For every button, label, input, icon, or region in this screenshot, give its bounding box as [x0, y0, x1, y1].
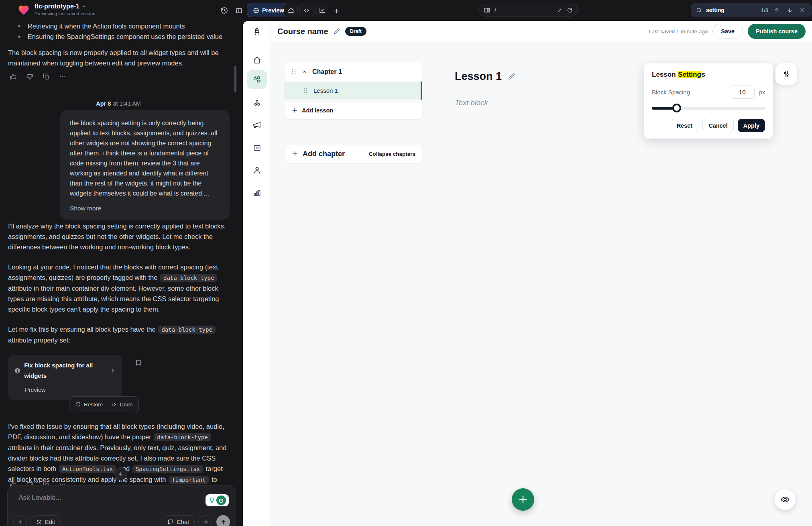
- course-header: Course name Draft Last saved 1 minute ag…: [271, 21, 812, 42]
- sidebar-item-home[interactable]: [251, 54, 263, 66]
- lesson-heading: Lesson 1: [455, 70, 516, 83]
- chapter-card: Chapter 1 Lesson 1 Add lesson: [285, 62, 422, 119]
- pencil-icon[interactable]: [507, 72, 516, 81]
- project-menu[interactable]: flc-prototype-1 Previewing last saved ve…: [35, 3, 96, 16]
- last-saved-text: Last saved 1 minute ago: [649, 29, 708, 35]
- block-spacing-unit: px: [759, 89, 765, 96]
- sidebar-item-rocket[interactable]: [251, 26, 263, 38]
- show-more-link[interactable]: Show more: [70, 203, 220, 213]
- globe-icon: [253, 7, 259, 14]
- refresh-icon[interactable]: [567, 7, 573, 13]
- preview-toggle-button[interactable]: [775, 489, 796, 510]
- chevron-up-icon[interactable]: [301, 69, 307, 75]
- user-message-text: the block spacing setting is only correc…: [70, 120, 217, 197]
- sidebar-item-profile[interactable]: [251, 164, 263, 176]
- settings-toggle-button[interactable]: [775, 63, 797, 85]
- drag-handle-icon[interactable]: [303, 88, 308, 94]
- add-chapter-card: Add chapter Collapse chapters: [285, 145, 422, 163]
- find-close-button[interactable]: [798, 6, 807, 14]
- pencil-icon[interactable]: [333, 28, 340, 35]
- apply-button[interactable]: Apply: [738, 119, 765, 132]
- find-input[interactable]: [706, 7, 754, 13]
- chapter-row[interactable]: Chapter 1: [285, 62, 422, 82]
- chat-input-box[interactable]: Ask Lovable... G Edit Chat: [7, 485, 236, 526]
- restore-button[interactable]: Restore: [75, 400, 103, 410]
- eye-icon: [780, 495, 790, 504]
- sidebar-item-orders[interactable]: [251, 141, 263, 153]
- block-spacing-input[interactable]: [730, 86, 755, 99]
- send-button[interactable]: [216, 515, 230, 526]
- sidebar-item-relations[interactable]: [251, 97, 263, 109]
- search-highlight: Setting: [678, 71, 702, 78]
- course-title: Course name: [277, 27, 328, 36]
- attach-button[interactable]: [13, 515, 27, 526]
- grammarly-badge[interactable]: G: [206, 494, 229, 506]
- bookmark-icon[interactable]: [135, 359, 142, 366]
- publish-course-button[interactable]: Publish course: [748, 24, 806, 39]
- assistant-bullet-list: ●Retrieving it when the ActionTools comp…: [18, 21, 232, 42]
- analytics-button[interactable]: [315, 4, 329, 17]
- voice-input-button[interactable]: [198, 515, 212, 526]
- send-arrow-icon: [220, 519, 227, 526]
- url-bar[interactable]: /: [478, 4, 578, 16]
- scroll-to-bottom-button[interactable]: [114, 467, 127, 480]
- add-block-button[interactable]: [512, 488, 534, 511]
- add-chapter-button[interactable]: Add chapter: [303, 150, 345, 158]
- user-message-bubble: the block spacing setting is only correc…: [60, 110, 230, 220]
- add-lesson-button[interactable]: Add lesson: [285, 101, 422, 119]
- arrow-down-icon: [787, 7, 793, 13]
- more-icon[interactable]: [59, 73, 66, 80]
- chevron-right-icon: [110, 368, 116, 373]
- lesson-title: Lesson 1: [455, 70, 502, 83]
- panel-left-icon[interactable]: [234, 6, 244, 15]
- chat-input-placeholder[interactable]: Ask Lovable...: [18, 494, 61, 502]
- version-card[interactable]: Fix block spacing for all widgets Previe…: [8, 355, 122, 400]
- sidebar-item-announcements[interactable]: [251, 119, 263, 131]
- code-button[interactable]: Code: [111, 400, 132, 410]
- code-view-button[interactable]: [299, 4, 313, 17]
- save-button[interactable]: Save: [712, 24, 743, 39]
- lovable-heart-logo[interactable]: [18, 4, 30, 16]
- block-spacing-row: Block Spacing px: [652, 86, 765, 99]
- lesson-settings-title: Lesson Settings: [652, 71, 765, 79]
- assistant-paragraph: Looking at your code, I noticed that the…: [8, 262, 230, 314]
- list-item: ●Retrieving it when the ActionTools comp…: [18, 21, 232, 31]
- cancel-button[interactable]: Cancel: [702, 119, 734, 132]
- voice-icon: [202, 519, 208, 525]
- sidebar-item-content-active[interactable]: [247, 70, 267, 89]
- lesson-row-selected[interactable]: Lesson 1: [285, 82, 422, 100]
- block-spacing-label: Block Spacing: [652, 89, 690, 96]
- drag-handle-icon[interactable]: [291, 69, 297, 75]
- megaphone-icon: [252, 120, 262, 130]
- cloud-icon: [287, 7, 295, 14]
- open-external-icon[interactable]: [557, 7, 563, 13]
- version-card-subtitle: Preview: [25, 385, 116, 395]
- edit-mode-button[interactable]: Edit: [31, 515, 61, 526]
- slider-thumb[interactable]: [672, 104, 681, 112]
- add-tab-button[interactable]: [332, 6, 341, 16]
- sidebar-item-analytics[interactable]: [251, 186, 263, 198]
- chat-mode-button[interactable]: Chat: [162, 515, 195, 526]
- thumbs-up-icon[interactable]: [10, 73, 17, 80]
- code-icon: [111, 402, 117, 408]
- history-icon[interactable]: [220, 6, 229, 15]
- devices-icon: [484, 7, 490, 14]
- globe-icon: [14, 367, 20, 374]
- find-previous-button[interactable]: [772, 6, 781, 14]
- status-badge: Draft: [345, 27, 366, 36]
- cloud-button[interactable]: [284, 4, 298, 17]
- block-spacing-slider[interactable]: [652, 104, 765, 112]
- text-block-placeholder[interactable]: Text block: [455, 98, 488, 107]
- find-next-button[interactable]: [785, 6, 794, 14]
- message-actions: [10, 73, 66, 80]
- grammarly-icon: G: [216, 495, 226, 505]
- url-path[interactable]: /: [495, 7, 553, 13]
- chat-scrollbar[interactable]: [234, 66, 236, 92]
- copy-icon[interactable]: [43, 73, 50, 80]
- reset-button[interactable]: Reset: [671, 119, 699, 132]
- thumbs-down-icon[interactable]: [26, 73, 33, 80]
- lightbulb-icon: [209, 497, 215, 504]
- shapes-icon: [252, 74, 262, 85]
- collapse-chapters-button[interactable]: Collapse chapters: [369, 151, 415, 157]
- app-preview-window: Course name Draft Last saved 1 minute ag…: [243, 21, 812, 526]
